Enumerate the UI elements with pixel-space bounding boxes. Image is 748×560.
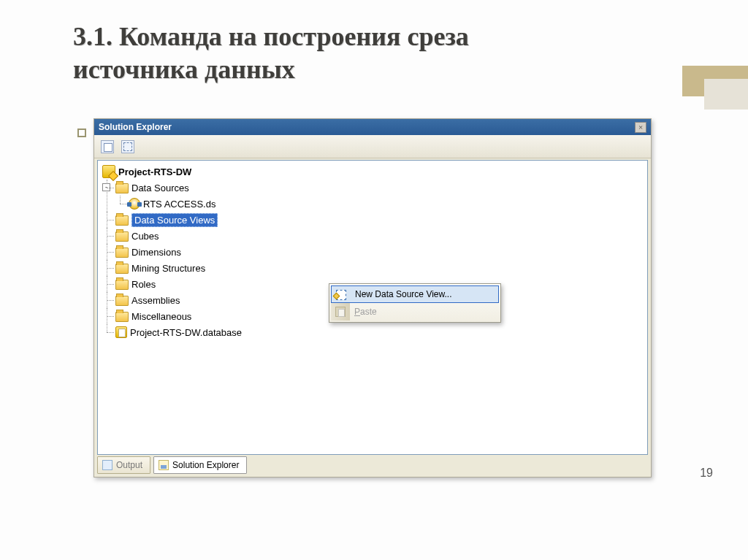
folder-icon (115, 296, 129, 306)
db-file-label: Project-RTS-DW.database (130, 327, 242, 338)
cubes-label: Cubes (131, 231, 159, 242)
ds-file-label: RTS ACCESS.ds (143, 199, 215, 210)
tab-solex-label: Solution Explorer (172, 460, 239, 470)
tree-data-sources[interactable]: Data Sources (115, 180, 644, 196)
mining-label: Mining Structures (131, 263, 205, 274)
data-sources-label: Data Sources (131, 183, 189, 193)
tab-solution-explorer[interactable]: Solution Explorer (153, 456, 247, 474)
paste-icon (335, 306, 346, 318)
page-number: 19 (700, 467, 713, 480)
slide-bullet-icon (77, 129, 86, 137)
tree-dimensions[interactable]: Dimensions (115, 244, 644, 260)
menu-paste: Paste (331, 303, 499, 321)
data-source-file-icon (129, 198, 140, 210)
folder-icon (115, 183, 129, 193)
folder-icon (115, 231, 129, 242)
misc-label: Miscellaneous (131, 311, 191, 322)
expander-minus-icon[interactable]: - (102, 183, 110, 191)
slide-title: 3.1. Команда на построения среза источни… (73, 20, 469, 86)
project-label: Project-RTS-DW (118, 166, 191, 177)
context-menu: New Data Source View... Paste (329, 283, 501, 323)
tab-output[interactable]: Output (97, 456, 150, 474)
solution-explorer-tab-icon (159, 460, 169, 470)
titlebar-text: Solution Explorer (99, 122, 172, 132)
tree-mining[interactable]: Mining Structures (115, 260, 644, 276)
menu-new-data-source-view[interactable]: New Data Source View... (331, 285, 499, 303)
bottom-tabs: Output Solution Explorer (97, 456, 648, 474)
folder-icon (115, 215, 129, 226)
project-icon (102, 165, 115, 178)
tree-data-source-views[interactable]: Data Source Views (115, 212, 644, 228)
tree-ds-file[interactable]: RTS ACCESS.ds (129, 196, 644, 212)
slide-accent-bar-2 (704, 79, 748, 110)
slide-title-line1: 3.1. Команда на построения среза (73, 22, 469, 51)
assemblies-label: Assemblies (131, 295, 180, 306)
titlebar[interactable]: Solution Explorer × (94, 119, 651, 135)
tree-db-file[interactable]: Project-RTS-DW.database (115, 324, 644, 340)
close-icon[interactable]: × (635, 122, 646, 133)
toolbar (94, 135, 651, 158)
menu-paste-label: Paste (354, 307, 377, 317)
dimensions-label: Dimensions (131, 247, 181, 258)
tree-cubes[interactable]: Cubes (115, 228, 644, 244)
solution-explorer-window: Solution Explorer × Project-RTS-DW - (94, 118, 652, 477)
new-dsv-icon (335, 289, 347, 301)
tree-project-node[interactable]: Project-RTS-DW (102, 164, 644, 180)
tab-output-label: Output (116, 460, 142, 470)
properties-button[interactable] (99, 138, 116, 156)
menu-new-dsv-label: New Data Source View... (355, 289, 452, 299)
show-all-button[interactable] (119, 138, 137, 156)
folder-icon (115, 248, 129, 258)
show-all-icon (121, 140, 134, 153)
properties-icon (101, 140, 114, 153)
dsv-label: Data Source Views (131, 213, 218, 227)
output-tab-icon (102, 460, 112, 470)
database-file-icon (115, 326, 127, 338)
slide-title-line2: источника данных (73, 55, 295, 84)
folder-icon (115, 264, 129, 274)
tree-view[interactable]: Project-RTS-DW - Data Sources (97, 160, 648, 455)
roles-label: Roles (131, 279, 156, 290)
folder-icon (115, 280, 129, 290)
folder-icon (115, 312, 129, 322)
